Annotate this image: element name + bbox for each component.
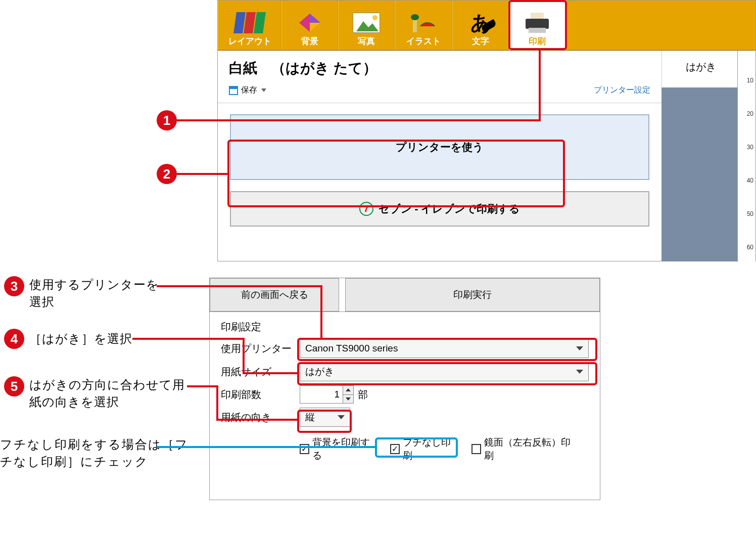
checkbox-row: ✓背景を印刷する ✓フチなし印刷 鏡面（左右反転）印刷: [300, 436, 589, 462]
seven-eleven-button[interactable]: 7 セブン ‐ イレブンで印刷する: [230, 191, 649, 227]
chevron-up-icon: [346, 388, 351, 391]
save-button[interactable]: 保存: [241, 85, 257, 96]
callout-line-blue: [157, 446, 377, 448]
copies-row: 印刷部数 1 部: [221, 385, 589, 404]
ruler: 10 20 30 40 50 60: [737, 51, 755, 262]
printer-label: 使用プリンター: [221, 342, 300, 356]
tab-label: 文字: [472, 35, 489, 47]
chevron-down-icon[interactable]: [261, 88, 266, 92]
borderless-checkbox[interactable]: ✓フチなし印刷: [390, 436, 456, 462]
orientation-select[interactable]: 縦: [300, 408, 350, 427]
callout-line: [539, 50, 541, 121]
tab-label: 背景: [301, 35, 318, 47]
chevron-down-icon: [576, 346, 583, 350]
print-background-checkbox[interactable]: ✓背景を印刷する: [300, 436, 375, 462]
callout-4: 4 ［はがき］を選択: [4, 329, 132, 349]
tab-label: レイアウト: [228, 35, 271, 47]
copies-input[interactable]: 1: [300, 385, 343, 404]
svg-point-5: [411, 14, 419, 20]
ruler-tick: 50: [739, 210, 753, 217]
tab-photo[interactable]: 写真: [338, 1, 395, 50]
button-label: 印刷実行: [453, 288, 492, 301]
preview-area: [662, 87, 737, 261]
orientation-row: 用紙の向き 縦: [221, 408, 589, 427]
action-bar: 前の画面へ戻る 印刷実行: [210, 278, 600, 312]
chevron-down-icon: [346, 397, 351, 401]
paper-size-select[interactable]: はがき: [300, 362, 589, 381]
toolbar-spacer: [565, 1, 755, 50]
print-settings: 印刷設定 使用プリンター Canon TS9000 series 用紙サイズ は…: [210, 312, 600, 474]
printer-icon: [522, 10, 552, 35]
callout-text: フチなし印刷をする場合は［フチなし印刷］にチェック: [0, 437, 188, 468]
tab-label: イラスト: [406, 35, 441, 47]
tab-print[interactable]: 印刷: [509, 1, 565, 50]
text-icon: あ: [465, 10, 496, 35]
main-toolbar: レイアウト 背景 写真 イラスト あ 文字 印刷: [218, 1, 755, 51]
execute-print-button[interactable]: 印刷実行: [345, 278, 600, 312]
callout-line: [320, 285, 322, 340]
callout-line: [216, 385, 218, 421]
select-value: 縦: [305, 411, 315, 424]
checkbox-icon: ✓: [390, 444, 400, 454]
callout-badge: 1: [157, 110, 177, 130]
callout-line: [177, 119, 541, 121]
callout-text: はがきの方向に合わせて用紙の向きを選択: [29, 376, 191, 410]
illust-icon: [408, 10, 439, 35]
printer-select[interactable]: Canon TS9000 series: [300, 339, 589, 358]
app-panel-settings: 前の画面へ戻る 印刷実行 印刷設定 使用プリンター Canon TS9000 s…: [209, 278, 600, 500]
use-printer-button[interactable]: プリンターを使う: [230, 114, 649, 180]
button-label: セブン ‐ イレブンで印刷する: [379, 202, 521, 216]
chevron-down-icon: [576, 370, 583, 374]
tab-label: 印刷: [529, 35, 546, 47]
preview-title: はがき: [686, 60, 716, 74]
seven-eleven-icon: 7: [359, 202, 373, 216]
callout-line: [177, 173, 229, 175]
printer-settings-link[interactable]: プリンター設定: [594, 85, 650, 96]
ruler-tick: 60: [739, 244, 753, 251]
settings-title: 印刷設定: [221, 320, 589, 334]
select-value: はがき: [305, 365, 334, 378]
callout-line: [243, 372, 299, 374]
tab-illust[interactable]: イラスト: [395, 1, 452, 50]
mirror-checkbox[interactable]: 鏡面（左右反転）印刷: [471, 436, 574, 462]
paper-size-label: 用紙サイズ: [221, 365, 300, 379]
back-button[interactable]: 前の画面へ戻る: [210, 278, 339, 312]
callout-borderless: フチなし印刷をする場合は［フチなし印刷］にチェック: [0, 436, 200, 470]
tab-layout[interactable]: レイアウト: [218, 1, 281, 50]
checkbox-icon: ✓: [300, 444, 309, 454]
app-panel-top: レイアウト 背景 写真 イラスト あ 文字 印刷 白紙 （はがき たて）: [217, 0, 756, 261]
tab-text[interactable]: あ 文字: [452, 1, 509, 50]
photo-icon: [351, 10, 382, 35]
callout-2: 2: [157, 164, 177, 184]
tab-background[interactable]: 背景: [281, 1, 338, 50]
svg-marker-2: [310, 23, 320, 32]
chevron-down-icon: [338, 415, 345, 419]
ruler-tick: 30: [739, 144, 753, 151]
paper-size-row: 用紙サイズ はがき: [221, 362, 589, 381]
callout-line: [187, 385, 218, 387]
copies-spinner[interactable]: [343, 385, 354, 404]
printer-row: 使用プリンター Canon TS9000 series: [221, 339, 589, 358]
checkbox-label: 背景を印刷する: [312, 436, 375, 462]
button-label: 前の画面へ戻る: [241, 288, 308, 301]
save-icon: [229, 86, 238, 95]
button-label: プリンターを使う: [396, 140, 484, 154]
checkbox-label: フチなし印刷: [403, 436, 456, 462]
svg-marker-1: [310, 14, 320, 23]
orientation-label: 用紙の向き: [221, 411, 300, 424]
callout-3: 3 使用するプリンターを選択: [4, 276, 161, 310]
copies-unit: 部: [358, 388, 368, 402]
svg-marker-3: [356, 21, 379, 31]
callout-line: [243, 338, 245, 374]
callout-text: ［はがき］を選択: [29, 330, 132, 347]
page-title: 白紙 （はがき たて）: [218, 51, 662, 81]
callout-badge: 4: [4, 329, 24, 349]
callout-badge: 5: [4, 376, 24, 396]
callout-line: [132, 338, 245, 340]
callout-5: 5 はがきの方向に合わせて用紙の向きを選択: [4, 376, 191, 410]
layout-icon: [234, 10, 265, 35]
checkbox-label: 鏡面（左右反転）印刷: [484, 436, 574, 462]
sub-toolbar: 保存 プリンター設定: [218, 81, 662, 103]
callout-badge: 2: [157, 164, 177, 184]
checkbox-icon: [471, 444, 481, 454]
